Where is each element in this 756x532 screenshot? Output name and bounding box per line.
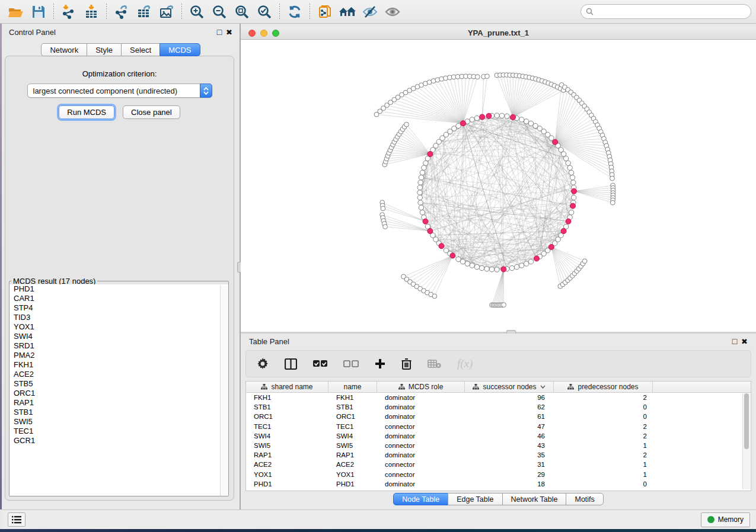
mcds-result-item[interactable]: RAP1 <box>9 398 228 408</box>
cell-predecessor-nodes: 0 <box>554 403 653 411</box>
mcds-result-group: MCDS result (17 nodes) PHD1CAR1STP4TID3Y… <box>9 277 229 496</box>
table-row[interactable]: STB1STB1dominator620 <box>246 402 751 412</box>
cell-predecessor-nodes: 0 <box>554 413 653 420</box>
float-panel-icon[interactable]: □ <box>217 28 222 36</box>
table-row[interactable]: ACE2ACE2connector311 <box>246 460 751 469</box>
duplicate-network-icon[interactable] <box>314 2 336 21</box>
hide-graphics-details-icon[interactable] <box>359 2 381 21</box>
dropdown-stepper-icon <box>200 84 212 98</box>
toolbar-separator <box>53 4 54 20</box>
mcds-result-item[interactable]: FKH1 <box>9 360 228 370</box>
zoom-out-icon[interactable] <box>208 2 231 21</box>
mcds-result-item[interactable]: SRD1 <box>9 341 228 351</box>
mcds-tab-content: Optimization criterion: largest connecte… <box>5 56 234 501</box>
table-row[interactable]: YOX1YOX1connector291 <box>246 470 751 479</box>
tab-motifs[interactable]: Motifs <box>566 493 603 505</box>
memory-button[interactable]: Memory <box>701 512 750 527</box>
column-header-shared-name[interactable]: shared name <box>246 382 328 392</box>
table-row[interactable]: SWI4SWI4dominator462 <box>246 431 751 441</box>
control-panel-titlebar: Control Panel □ ✖ <box>2 24 240 40</box>
tab-edge-table[interactable]: Edge Table <box>448 493 502 505</box>
criterion-dropdown[interactable]: largest connected component (undirected) <box>27 84 212 98</box>
search-input[interactable] <box>596 8 746 16</box>
mcds-list-scrollbar[interactable] <box>220 286 228 496</box>
table-scrollbar-thumb[interactable] <box>744 393 749 449</box>
deselect-all-rows-icon[interactable] <box>343 360 359 368</box>
tab-network-table[interactable]: Network Table <box>502 493 567 505</box>
table-row[interactable]: TEC1TEC1connector472 <box>246 422 751 431</box>
memory-label: Memory <box>718 515 744 524</box>
zoom-fit-icon[interactable] <box>231 2 253 21</box>
table-row[interactable]: RAP1RAP1dominator352 <box>246 450 751 460</box>
delete-column-icon[interactable] <box>401 358 412 370</box>
toolbar-separator <box>106 4 107 20</box>
cell-predecessor-nodes: 2 <box>554 394 653 401</box>
column-header-MCDS-role[interactable]: MCDS role <box>377 382 465 392</box>
tab-style[interactable]: Style <box>87 43 122 56</box>
column-header-predecessor-nodes[interactable]: predecessor nodes <box>554 382 653 392</box>
mcds-result-item[interactable]: CAR1 <box>9 294 228 303</box>
mcds-result-item[interactable]: PHD1 <box>9 284 228 294</box>
cell-shared-name: YOX1 <box>246 471 328 478</box>
show-column-pane-icon[interactable] <box>285 358 297 370</box>
run-mcds-button[interactable]: Run MCDS <box>59 105 114 119</box>
show-panel-list-button[interactable] <box>8 512 25 527</box>
add-column-icon[interactable] <box>375 358 385 369</box>
main-toolbar <box>0 0 756 24</box>
cell-name: RAP1 <box>328 451 377 459</box>
mcds-result-item[interactable]: ACE2 <box>9 370 228 379</box>
export-network-icon[interactable] <box>110 2 133 21</box>
float-panel-icon[interactable]: □ <box>732 337 737 345</box>
table-row[interactable]: PHD1PHD1dominator180 <box>246 479 751 489</box>
tab-network[interactable]: Network <box>41 43 87 56</box>
save-session-icon[interactable] <box>27 2 50 21</box>
open-session-icon[interactable] <box>5 2 27 21</box>
tab-select[interactable]: Select <box>121 43 160 56</box>
mcds-result-item[interactable]: SWI4 <box>9 332 228 341</box>
control-panel: Control Panel □ ✖ NetworkStyleSelectMCDS… <box>2 24 240 509</box>
export-image-icon[interactable] <box>155 2 178 21</box>
zoom-in-icon[interactable] <box>186 2 208 21</box>
column-header-successor-nodes[interactable]: successor nodes <box>465 382 554 392</box>
mcds-result-item[interactable]: PMA2 <box>9 351 228 360</box>
zoom-selected-icon[interactable] <box>253 2 276 21</box>
network-view-canvas[interactable] <box>241 40 756 332</box>
cell-successor-nodes: 35 <box>465 451 554 459</box>
mcds-result-item[interactable]: ORC1 <box>9 389 228 398</box>
mcds-result-item[interactable]: GCR1 <box>9 436 228 446</box>
import-network-icon[interactable] <box>58 2 80 21</box>
table-row[interactable]: FKH1FKH1dominator962 <box>246 393 751 402</box>
home-networks-icon[interactable] <box>336 2 359 21</box>
mcds-result-item[interactable]: STP4 <box>9 303 228 313</box>
cell-MCDS-role: dominator <box>377 451 465 459</box>
search-box[interactable] <box>580 4 751 19</box>
select-all-rows-icon[interactable] <box>313 360 327 368</box>
refresh-network-icon[interactable] <box>283 2 306 21</box>
cell-name: PHD1 <box>328 480 377 488</box>
close-panel-icon[interactable]: ✖ <box>741 338 748 345</box>
mcds-result-item[interactable]: TID3 <box>9 313 228 322</box>
table-row[interactable]: ORC1ORC1dominator610 <box>246 412 751 421</box>
birdseye-view-icon[interactable] <box>381 2 404 21</box>
search-icon <box>586 8 594 15</box>
cell-MCDS-role: connector <box>377 442 465 449</box>
column-header-name[interactable]: name <box>328 382 377 392</box>
mcds-result-item[interactable]: STB5 <box>9 379 228 389</box>
column-settings-gear-icon[interactable] <box>257 358 269 370</box>
mcds-result-item[interactable]: TEC1 <box>9 427 228 436</box>
cell-predecessor-nodes: 2 <box>554 432 653 440</box>
tab-mcds[interactable]: MCDS <box>160 43 200 56</box>
criterion-dropdown-value: largest connected component (undirected) <box>33 86 178 95</box>
table-scrollbar[interactable] <box>742 393 750 489</box>
table-panel-tabs: Node TableEdge TableNetwork TableMotifs <box>241 493 756 505</box>
mcds-result-item[interactable]: STB1 <box>9 408 228 417</box>
cell-successor-nodes: 29 <box>465 471 554 478</box>
export-table-icon[interactable] <box>133 2 155 21</box>
table-row[interactable]: SWI5SWI5connector431 <box>246 441 751 450</box>
tab-node-table[interactable]: Node Table <box>393 493 448 505</box>
close-panel-button[interactable]: Close panel <box>123 105 180 119</box>
mcds-result-item[interactable]: YOX1 <box>9 322 228 332</box>
import-table-icon[interactable] <box>80 2 103 21</box>
mcds-result-item[interactable]: SWI5 <box>9 417 228 427</box>
close-panel-icon[interactable]: ✖ <box>226 28 232 36</box>
